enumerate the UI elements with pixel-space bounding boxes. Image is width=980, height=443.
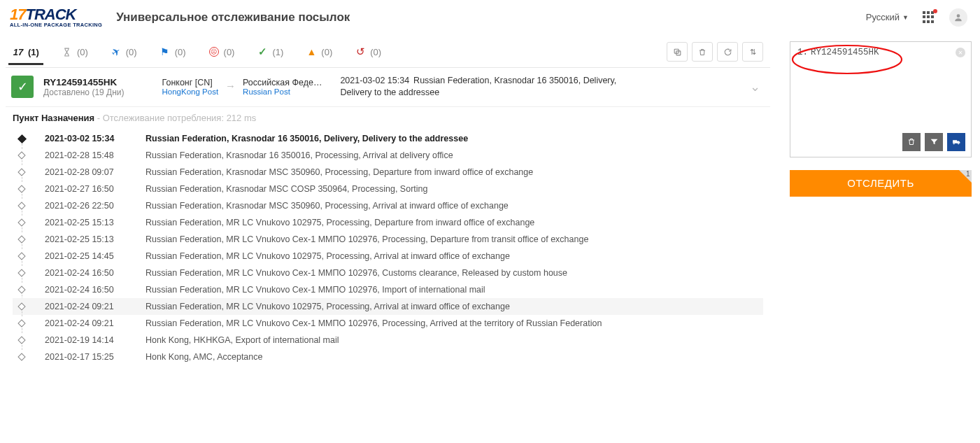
timeline-date: 2021-02-19 14:14 (45, 335, 129, 345)
results-panel: 17 (1) (0) ✈ (0) ⚑ (0) ☹ (0) (6, 37, 770, 372)
sad-face-icon: ☹ (208, 46, 220, 57)
timeline-date: 2021-02-26 22:50 (45, 201, 129, 211)
dest-carrier[interactable]: Russian Post (243, 87, 322, 96)
tab-returned[interactable]: ↺ (0) (353, 39, 383, 64)
tab-pending-count: (0) (77, 47, 88, 57)
timeline-marker-icon (15, 285, 28, 293)
timeline-row[interactable]: 2021-02-28 15:48Russian Federation, Kras… (13, 147, 763, 164)
timeline: 2021-03-02 15:34Russian Federation, Kras… (6, 129, 770, 372)
timeline-row[interactable]: 2021-02-24 09:21Russian Federation, MR L… (13, 298, 763, 315)
timeline-row[interactable]: 2021-02-25 15:13Russian Federation, MR L… (13, 214, 763, 231)
input-panel: 1. RY124591455HK ✕ ОТСЛЕДИТЬ 1 (790, 37, 972, 197)
copy-button[interactable] (667, 42, 688, 62)
timeline-marker-icon (15, 302, 28, 309)
timeline-row[interactable]: 2021-02-24 09:21Russian Federation, MR L… (13, 315, 763, 332)
delete-button[interactable] (692, 42, 713, 62)
track-button[interactable]: ОТСЛЕДИТЬ 1 (790, 170, 972, 197)
timeline-date: 2021-02-24 09:21 (45, 302, 129, 311)
timeline-row[interactable]: 2021-02-27 16:50Russian Federation, Kras… (13, 181, 763, 197)
timeline-date: 2021-02-25 14:45 (45, 251, 129, 261)
latest-event: 2021-03-02 15:34Russian Federation, Kras… (340, 75, 648, 99)
track-button-label: ОТСЛЕДИТЬ (847, 177, 914, 189)
hourglass-icon (62, 46, 73, 57)
timeline-marker-icon (15, 268, 28, 276)
timeline-text: Honk Kong, HKHKGA, Export of internation… (145, 335, 763, 345)
status-text: Доставлено (19 Дни) (43, 87, 125, 97)
timeline-marker-icon (15, 251, 28, 259)
delete-input-button[interactable] (902, 133, 921, 151)
logo-subtitle: ALL-IN-ONE PACKAGE TRACKING (10, 22, 102, 28)
plane-icon: ✈ (108, 44, 124, 59)
clear-input-icon[interactable]: ✕ (956, 48, 965, 57)
timeline-text: Russian Federation, MR LC Vnukovo Cex-1 … (145, 234, 763, 244)
sort-button[interactable]: ⇅ (742, 42, 763, 62)
tracking-consumption: - Отслеживание потребления: 212 ms (94, 113, 256, 123)
chevron-down-icon: ▼ (902, 14, 909, 21)
status-square-icon: ✓ (11, 76, 34, 98)
collapse-icon[interactable]: ⌄ (750, 79, 760, 94)
user-avatar[interactable] (949, 8, 967, 27)
timeline-row[interactable]: 2021-02-17 15:25Honk Kong, AMC, Acceptan… (13, 349, 763, 365)
warning-icon: ▲ (306, 46, 317, 57)
origin-carrier[interactable]: HongKong Post (162, 87, 219, 96)
tab-transit[interactable]: ✈ (0) (109, 39, 139, 64)
tracking-input[interactable]: 1. RY124591455HK ✕ (790, 41, 972, 157)
timeline-text: Russian Federation, Krasnodar MSC 350960… (145, 201, 763, 211)
filter-tabbar: 17 (1) (0) ✈ (0) ⚑ (0) ☹ (0) (6, 37, 770, 68)
timeline-text: Russian Federation, MR LC Vnukovo 102975… (145, 251, 763, 261)
logo-17: 17 (10, 6, 25, 23)
filter-input-button[interactable] (925, 133, 943, 151)
destination-header: Пункт Назначения - Отслеживание потребле… (6, 107, 770, 129)
notification-dot (933, 9, 937, 13)
timeline-row[interactable]: 2021-02-24 16:50Russian Federation, MR L… (13, 281, 763, 298)
tab-alert[interactable]: ☹ (0) (207, 39, 236, 64)
timeline-text: Russian Federation, MR LC Vnukovo Cex-1 … (145, 318, 763, 328)
tab-delivered[interactable]: ✓ (1) (255, 39, 285, 64)
language-label: Русский (866, 12, 900, 22)
timeline-marker-icon (15, 352, 28, 360)
timeline-row[interactable]: 2021-02-26 22:50Russian Federation, Kras… (13, 197, 763, 214)
timeline-date: 2021-02-28 09:07 (45, 167, 129, 177)
tab-warning-count: (0) (321, 47, 332, 57)
timeline-marker-icon (15, 184, 28, 192)
timeline-date: 2021-02-24 16:50 (45, 285, 129, 295)
tab-flag-count: (0) (175, 47, 186, 57)
timeline-text: Russian Federation, Krasnodar 16 350016,… (145, 134, 763, 143)
flag-icon: ⚑ (159, 46, 171, 57)
language-selector[interactable]: Русский ▼ (866, 12, 909, 22)
page-title: Универсальное отслеживание посылок (116, 10, 350, 24)
timeline-row[interactable]: 2021-02-28 09:07Russian Federation, Kras… (13, 164, 763, 181)
all-icon: 17 (13, 46, 24, 57)
timeline-row[interactable]: 2021-03-02 15:34Russian Federation, Kras… (13, 130, 763, 147)
timeline-date: 2021-02-24 09:21 (45, 318, 129, 328)
tab-returned-count: (0) (370, 47, 381, 57)
latest-event-date: 2021-03-02 15:34 (340, 76, 409, 85)
logo[interactable]: 17TRACK ALL-IN-ONE PACKAGE TRACKING (10, 7, 102, 28)
tab-warning[interactable]: ▲ (0) (304, 39, 334, 64)
timeline-text: Russian Federation, Krasnodar MSC 350960… (145, 167, 763, 177)
timeline-text: Russian Federation, MR LC Vnukovo Cex-1 … (145, 268, 763, 278)
timeline-row[interactable]: 2021-02-19 14:14Honk Kong, HKHKGA, Expor… (13, 332, 763, 349)
timeline-text: Russian Federation, Krasnodar MSC COSP 3… (145, 184, 763, 194)
timeline-row[interactable]: 2021-02-25 14:45Russian Federation, MR L… (13, 248, 763, 265)
dest-country: Российская Феде… (243, 78, 322, 87)
apps-icon[interactable] (923, 11, 935, 24)
arrow-icon: → (225, 78, 236, 92)
tab-pending[interactable]: (0) (60, 39, 90, 64)
carrier-button[interactable] (947, 133, 965, 151)
tab-all[interactable]: 17 (1) (11, 39, 41, 64)
return-icon: ↺ (355, 46, 366, 57)
tab-flag[interactable]: ⚑ (0) (158, 39, 187, 64)
shipment-summary[interactable]: ✓ RY124591455HK Доставлено (19 Дни) Гонк… (6, 68, 770, 107)
timeline-marker-icon (15, 150, 28, 158)
refresh-button[interactable] (717, 42, 738, 62)
timeline-text: Russian Federation, MR LC Vnukovo 102975… (145, 302, 763, 311)
tab-delivered-count: (1) (272, 47, 283, 57)
timeline-row[interactable]: 2021-02-25 15:13Russian Federation, MR L… (13, 231, 763, 248)
timeline-marker-icon (15, 201, 28, 209)
timeline-date: 2021-02-27 16:50 (45, 184, 129, 194)
timeline-marker-icon (15, 134, 28, 142)
input-tracking-value: RY124591455HK (811, 48, 879, 57)
timeline-row[interactable]: 2021-02-24 16:50Russian Federation, MR L… (13, 265, 763, 281)
route-info: Гонконг [CN] HongKong Post → Российская … (162, 78, 322, 96)
